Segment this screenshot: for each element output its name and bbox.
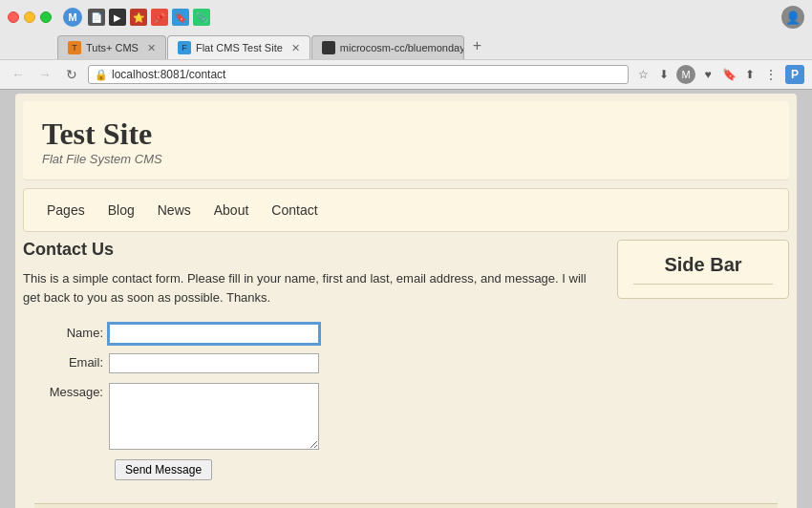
message-input[interactable] [109,383,319,450]
minimize-button[interactable] [24,11,35,23]
tab-tuts-cms[interactable]: T Tuts+ CMS ✕ [57,35,166,59]
bookmark-icon[interactable]: 🔖 [720,66,737,83]
contact-description: This is a simple contact form. Please fi… [23,269,606,307]
nav-item-news[interactable]: News [146,199,203,222]
browser-icon: M [63,8,82,27]
maximize-button[interactable] [40,11,52,23]
browser-toolbar: ← → ↻ 🔒 ☆ ⬇ M ♥ 🔖 ⬆ ⋮ P [0,59,812,89]
browser-tabs: T Tuts+ CMS ✕ F Flat CMS Test Site ✕ G m… [0,32,812,59]
refresh-button[interactable]: ↻ [61,64,82,85]
site-header: Test Site Flat File System CMS [23,101,789,180]
main-content: Contact Us This is a simple contact form… [23,240,606,480]
page-wrapper: Test Site Flat File System CMS Pages Blo… [0,94,812,508]
nav-item-pages[interactable]: Pages [35,199,96,222]
inner-page: Test Site Flat File System CMS Pages Blo… [15,94,797,508]
name-label: Name: [42,324,109,340]
menu-icon[interactable]: ⋮ [762,66,780,83]
forward-button[interactable]: → [34,64,55,85]
address-bar-container: 🔒 [88,65,629,84]
send-message-button[interactable]: Send Message [115,459,212,480]
contact-heading: Contact Us [23,240,606,260]
tab-favicon-github: G [322,41,335,54]
tab-flat-cms[interactable]: F Flat CMS Test Site ✕ [167,35,310,59]
name-field-row: Name: [42,324,606,344]
main-layout: Contact Us This is a simple contact form… [23,240,789,480]
toolbar-icons: ☆ ⬇ M ♥ 🔖 ⬆ ⋮ [634,65,780,84]
tab-label-flat: Flat CMS Test Site [196,42,283,53]
address-input[interactable] [112,68,622,81]
email-field-row: Email: [42,353,606,373]
email-label: Email: [42,353,109,370]
nav-item-blog[interactable]: Blog [96,199,146,222]
email-input[interactable] [109,353,319,373]
window-controls [8,11,52,23]
contact-form: Name: Email: Message: Send Message [42,324,606,480]
message-field-row: Message: [42,383,606,450]
browser-chrome: M 📄 ▶ ⭐ 📌 🔖 📎 👤 T Tuts+ CMS ✕ F Flat CMS… [0,0,812,90]
lock-icon: 🔒 [95,69,108,81]
heart-icon[interactable]: ♥ [699,66,716,83]
download-icon[interactable]: ⬇ [655,66,673,83]
p-icon: P [785,65,804,84]
tab-close-tuts[interactable]: ✕ [147,42,156,54]
submit-row: Send Message [42,459,606,480]
tab-favicon-flat: F [178,41,191,54]
close-button[interactable] [8,11,19,23]
site-subtitle: Flat File System CMS [42,152,770,166]
user-profile-icon[interactable]: M [676,65,695,84]
extension-icons: 📄 ▶ ⭐ 📌 🔖 📎 [88,9,210,26]
back-button[interactable]: ← [8,64,29,85]
tab-favicon-tuts: T [68,41,81,54]
sidebar: Side Bar [617,240,789,480]
tab-close-flat[interactable]: ✕ [291,42,300,54]
site-title: Test Site [42,116,770,152]
sidebar-title: Side Bar [633,254,773,276]
site-nav: Pages Blog News About Contact [23,188,789,232]
sidebar-box: Side Bar [617,240,789,299]
site-footer: Copyrighted 2012 by Your Company Running… [34,503,778,508]
star-icon[interactable]: ☆ [634,66,652,83]
sidebar-divider [633,284,773,285]
nav-item-contact[interactable]: Contact [260,199,329,222]
name-input[interactable] [109,324,319,344]
new-tab-button[interactable]: + [465,32,489,59]
browser-titlebar: M 📄 ▶ ⭐ 📌 🔖 📎 👤 [0,0,812,32]
tab-github[interactable]: G microcosm-cc/bluemonday: ✕ [311,35,464,59]
share-icon[interactable]: ⬆ [741,66,759,83]
user-icon[interactable]: 👤 [781,6,804,29]
tab-label-github: microcosm-cc/bluemonday: [340,42,464,53]
nav-item-about[interactable]: About [203,199,261,222]
message-label: Message: [42,383,109,399]
tab-label-tuts: Tuts+ CMS [86,42,139,53]
